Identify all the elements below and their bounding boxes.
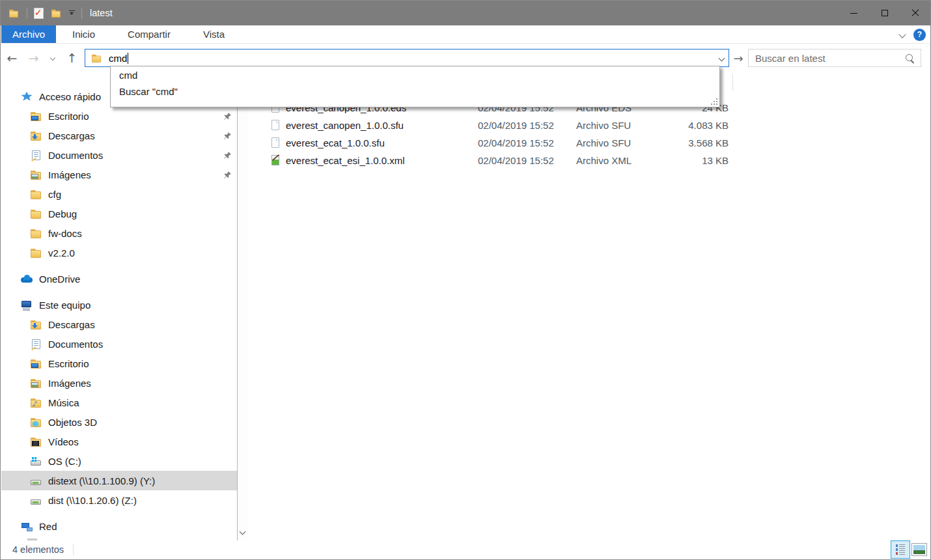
sidebar-item-fw-docs[interactable]: fw-docs bbox=[1, 223, 237, 243]
file-type: Archivo XML bbox=[576, 155, 673, 166]
window-controls bbox=[839, 1, 930, 25]
details-view-icon bbox=[896, 544, 906, 555]
file-name: everest_ecat_esi_1.0.0.xml bbox=[286, 155, 405, 166]
properties-check-icon[interactable] bbox=[34, 8, 44, 19]
tab-inicio[interactable]: Inicio bbox=[56, 25, 111, 43]
sidebar-item-descargas[interactable]: Descargas bbox=[1, 126, 237, 145]
text-caret bbox=[128, 53, 128, 64]
file-date: 02/04/2019 15:52 bbox=[478, 137, 576, 148]
drive-network-icon bbox=[30, 495, 42, 506]
recent-locations-chevron-icon[interactable] bbox=[44, 56, 61, 60]
sidebar-item-debug[interactable]: Debug bbox=[1, 204, 237, 223]
pin-icon bbox=[223, 132, 232, 140]
sidebar-scrollbar[interactable] bbox=[237, 72, 249, 540]
folder-icon bbox=[30, 247, 42, 259]
address-dropdown-chevron-icon[interactable] bbox=[719, 55, 725, 62]
page-file-icon bbox=[270, 137, 282, 148]
ribbon-tabs: Archivo Inicio Compartir Vista ? bbox=[1, 25, 930, 44]
sidebar-item-dist-10-1-20-6-z[interactable]: dist (\\10.1.20.6) (Z:) bbox=[1, 490, 237, 510]
tab-compartir[interactable]: Compartir bbox=[111, 25, 187, 43]
expand-ribbon-chevron-icon[interactable] bbox=[898, 31, 906, 38]
toolbar-separator bbox=[27, 8, 27, 19]
status-bar: 4 elementos bbox=[1, 540, 930, 559]
sidebar-item-distext-10-1-100-9-y[interactable]: distext (\\10.1.100.9) (Y:) bbox=[1, 471, 237, 490]
sidebar-item-red[interactable]: Red bbox=[1, 516, 237, 536]
file-row-everest-canopen-1-0-0-sfu[interactable]: everest_canopen_1.0.0.sfu 02/04/2019 15:… bbox=[249, 117, 930, 134]
back-button[interactable]: ← bbox=[1, 51, 23, 65]
file-size: 3.568 KB bbox=[673, 137, 729, 148]
window-title: latest bbox=[90, 8, 113, 18]
sidebar-nav: Acceso rápido Escritorio Descargas Docum… bbox=[1, 72, 237, 540]
folder-videos-icon bbox=[30, 436, 42, 447]
file-row-everest-ecat-1-0-0-sfu[interactable]: everest_ecat_1.0.0.sfu 02/04/2019 15:52 … bbox=[249, 134, 930, 152]
folder-downloads-icon bbox=[30, 319, 42, 330]
computer-icon bbox=[21, 300, 33, 311]
scroll-down-icon[interactable] bbox=[240, 529, 246, 535]
sidebar-item-escritorio[interactable]: Escritorio bbox=[1, 354, 237, 373]
file-size: 13 KB bbox=[673, 155, 729, 166]
sidebar-item-os-c[interactable]: OS (C:) bbox=[1, 451, 237, 471]
minimize-button[interactable] bbox=[839, 1, 869, 25]
sidebar-item-m-sica[interactable]: Música bbox=[1, 393, 237, 412]
new-folder-icon[interactable] bbox=[51, 8, 62, 18]
file-type: Archivo SFU bbox=[576, 120, 673, 131]
file-date: 02/04/2019 15:52 bbox=[478, 120, 576, 131]
file-name: everest_canopen_1.0.0.sfu bbox=[286, 120, 404, 131]
file-size: 4.083 KB bbox=[673, 120, 729, 131]
address-autocomplete-dropdown: cmd Buscar "cmd" bbox=[110, 66, 720, 107]
address-bar[interactable]: cmd bbox=[85, 49, 729, 67]
sidebar-item-este-equipo[interactable]: Este equipo bbox=[1, 295, 237, 315]
large-icons-view-button[interactable] bbox=[911, 543, 927, 556]
autocomplete-item-cmd[interactable]: cmd bbox=[111, 68, 719, 83]
sidebar-item-documentos[interactable]: Documentos bbox=[1, 334, 237, 354]
search-box[interactable] bbox=[748, 49, 921, 67]
nav-buttons: ← → ↑ bbox=[1, 51, 83, 65]
pin-icon bbox=[223, 151, 232, 160]
close-icon bbox=[911, 9, 919, 17]
resize-grip-icon[interactable] bbox=[710, 98, 718, 105]
close-button[interactable] bbox=[900, 1, 930, 25]
view-toggles bbox=[891, 540, 927, 559]
details-view-button[interactable] bbox=[891, 540, 910, 559]
tab-vista[interactable]: Vista bbox=[187, 25, 241, 43]
sidebar-item-v2-2-0[interactable]: v2.2.0 bbox=[1, 243, 237, 262]
sidebar-item-descargas[interactable]: Descargas bbox=[1, 315, 237, 334]
column-separator-fragment bbox=[732, 74, 733, 91]
sidebar-item-cfg[interactable]: cfg bbox=[1, 184, 237, 204]
folder-desktop-icon bbox=[30, 111, 42, 122]
toolbar-separator bbox=[81, 8, 82, 19]
folder-icon bbox=[30, 208, 42, 219]
sidebar-item-onedrive[interactable]: OneDrive bbox=[1, 269, 237, 288]
sidebar-item-im-genes[interactable]: Imágenes bbox=[1, 373, 237, 393]
sidebar-item-v-deos[interactable]: Vídeos bbox=[1, 432, 237, 451]
help-icon[interactable]: ? bbox=[913, 29, 926, 41]
maximize-button[interactable] bbox=[869, 1, 900, 25]
xml-file-icon bbox=[270, 155, 282, 166]
file-row-everest-ecat-esi-1-0-0-xml[interactable]: everest_ecat_esi_1.0.0.xml 02/04/2019 15… bbox=[249, 152, 930, 169]
folder-3d-icon bbox=[30, 417, 42, 428]
forward-button[interactable]: → bbox=[23, 51, 44, 65]
folder-pictures-icon bbox=[30, 169, 42, 180]
maximize-icon bbox=[882, 10, 888, 16]
sidebar-item-im-genes[interactable]: Imágenes bbox=[1, 165, 237, 184]
explorer-window: latest Archivo Inicio Compartir Vista ? … bbox=[0, 0, 931, 560]
sidebar-item-documentos[interactable]: Documentos bbox=[1, 145, 237, 165]
onedrive-icon bbox=[21, 273, 33, 285]
address-folder-icon bbox=[91, 53, 102, 63]
tab-archivo[interactable]: Archivo bbox=[1, 25, 56, 43]
folder-desktop-icon bbox=[30, 358, 42, 369]
sidebar-item-escritorio[interactable]: Escritorio bbox=[1, 106, 237, 126]
page-file-icon bbox=[270, 120, 282, 131]
quick-access-toolbar bbox=[1, 8, 82, 19]
minimize-icon bbox=[850, 13, 857, 14]
customize-toolbar-caret-icon[interactable] bbox=[69, 10, 75, 16]
up-button[interactable]: ↑ bbox=[61, 51, 83, 65]
search-icon bbox=[906, 54, 915, 63]
go-to-button[interactable]: → bbox=[730, 49, 746, 67]
address-input-text[interactable]: cmd bbox=[109, 53, 127, 64]
documents-icon bbox=[30, 150, 42, 161]
autocomplete-item-buscar-cmd[interactable]: Buscar "cmd" bbox=[111, 85, 719, 99]
sidebar-item-objetos-3d[interactable]: Objetos 3D bbox=[1, 412, 237, 432]
file-date: 02/04/2019 15:52 bbox=[478, 155, 576, 166]
search-input[interactable] bbox=[749, 49, 921, 66]
